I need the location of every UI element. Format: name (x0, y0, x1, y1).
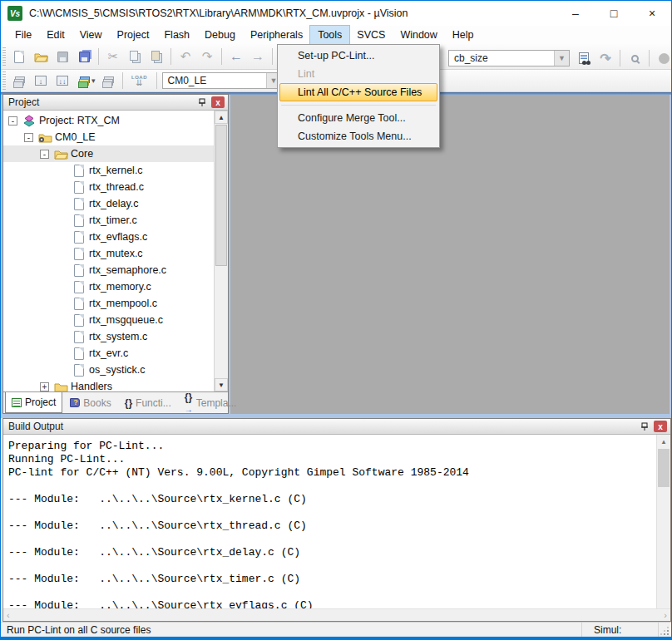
menu-edit[interactable]: Edit (39, 26, 72, 44)
tree-item-label: rtx_mutex.c (87, 247, 146, 260)
collapse-icon[interactable]: - (40, 150, 49, 159)
tree-item-file[interactable]: rtx_memory.c (3, 278, 214, 295)
breakpoint-button[interactable] (653, 48, 672, 68)
menu-view[interactable]: View (72, 26, 110, 44)
tree-item-target[interactable]: - CM0_LE (3, 129, 214, 145)
project-panel: Project x - Project: RTX_CM - (2, 94, 229, 414)
scroll-up-icon[interactable]: ▴ (657, 435, 670, 448)
scrollbar-thumb[interactable] (658, 449, 670, 487)
pin-icon[interactable] (196, 96, 208, 108)
tree-item-file[interactable]: rtx_delay.c (3, 195, 214, 212)
tree-item-file[interactable]: rtx_kernel.c (3, 162, 214, 179)
copy-button[interactable] (124, 47, 146, 66)
tree-item-file[interactable]: os_systick.c (3, 362, 214, 378)
save-all-button[interactable] (73, 47, 95, 66)
project-panel-header: Project x (3, 95, 228, 111)
find-in-files-button[interactable] (573, 48, 595, 68)
output-line: --- Module: ..\..\..\Source\rtx_thread.c… (8, 519, 656, 533)
tree-item-label: rtx_kernel.c (87, 164, 146, 177)
batch-build-caret-icon[interactable]: ▾ (91, 76, 96, 85)
tree-item-file[interactable]: rtx_mutex.c (3, 245, 214, 262)
scroll-left-icon[interactable]: ‹ (7, 610, 10, 620)
menu-window[interactable]: Window (393, 26, 444, 44)
menu-item-customize-tools-menu[interactable]: Customize Tools Menu... (279, 127, 437, 145)
menu-help[interactable]: Help (445, 26, 482, 44)
menu-item-configure-merge-tool[interactable]: Configure Merge Tool... (279, 109, 437, 127)
menu-peripherals[interactable]: Peripherals (243, 26, 310, 44)
tree-item-project-root[interactable]: - Project: RTX_CM (3, 112, 214, 129)
goto-symbol-button[interactable]: ↷ (595, 48, 616, 68)
symbol-combobox[interactable]: cb_size ▼ (448, 50, 570, 66)
title-bar[interactable]: Vs C:\W\CMSIS_5\CMSIS\RTOS2\RTX\Library\… (1, 1, 671, 26)
scroll-down-icon[interactable]: ▼ (215, 378, 228, 391)
chevron-down-icon[interactable]: ▼ (554, 51, 569, 66)
toolbar-grip[interactable] (2, 47, 6, 66)
target-select-combobox[interactable]: CM0_LE ▼ (162, 72, 282, 89)
minimize-button[interactable]: – (556, 1, 595, 26)
tab-project[interactable]: Project (5, 392, 62, 413)
navigate-forward-button[interactable]: → (247, 47, 269, 66)
close-icon[interactable]: x (654, 421, 667, 432)
menu-item-setup-pclint[interactable]: Set-up PC-Lint... (279, 47, 437, 65)
menu-flash[interactable]: Flash (156, 26, 197, 44)
pin-icon[interactable] (639, 421, 650, 432)
tree-item-file[interactable]: rtx_thread.c (3, 179, 214, 195)
undo-button[interactable]: ↶ (175, 47, 196, 66)
build-output-body[interactable]: Preparing for PC-Lint... Running PC-Lint… (3, 435, 670, 608)
tab-templates[interactable]: {}→ Templa... (179, 392, 243, 413)
close-button[interactable]: × (633, 1, 671, 26)
tab-books[interactable]: Books (64, 392, 116, 413)
tab-functions[interactable]: {} Functi... (119, 392, 177, 413)
open-file-button[interactable] (30, 47, 52, 66)
close-icon[interactable]: x (211, 96, 225, 108)
tree-item-file[interactable]: rtx_system.c (3, 328, 214, 345)
redo-button[interactable]: ↷ (196, 47, 218, 66)
source-file-icon (71, 214, 87, 227)
rebuild-button[interactable]: ↓↓ (52, 71, 73, 91)
tree-item-label: rtx_memory.c (87, 280, 155, 293)
tree-item-file[interactable]: rtx_evr.c (3, 345, 214, 362)
cut-button[interactable]: ✂ (102, 47, 124, 66)
tree-item-file[interactable]: rtx_semaphore.c (3, 262, 214, 278)
collapse-icon[interactable]: - (8, 116, 17, 126)
output-scrollbar[interactable]: ▴ (656, 435, 670, 608)
collapse-icon[interactable]: - (24, 133, 33, 142)
output-horizontal-scrollbar[interactable]: ‹ › (3, 608, 670, 621)
tree-item-group-handlers[interactable]: + Handlers (3, 378, 214, 391)
scrollbar-thumb[interactable] (215, 125, 227, 266)
stop-build-button[interactable] (97, 71, 119, 91)
resize-grip[interactable] (658, 623, 671, 638)
search-button[interactable] (624, 48, 645, 68)
new-file-button[interactable] (8, 47, 30, 66)
download-button[interactable]: LOAD ⇊ (126, 71, 153, 91)
menu-debug[interactable]: Debug (197, 26, 243, 44)
menu-svcs[interactable]: SVCS (349, 26, 393, 44)
tree-item-file[interactable]: rtx_timer.c (3, 212, 214, 229)
scroll-right-icon[interactable]: › (664, 610, 667, 620)
project-tree-scrollbar[interactable]: ▲ ▼ (214, 111, 228, 391)
forward-arrow-icon: → (251, 49, 264, 64)
build-icon: ↓ (35, 76, 47, 86)
menu-item-lint-all[interactable]: Lint All C/C++ Source Files (279, 83, 437, 101)
tree-item-file[interactable]: rtx_msgqueue.c (3, 312, 214, 328)
navigate-back-button[interactable]: ← (225, 47, 247, 66)
scroll-up-icon[interactable]: ▲ (215, 111, 228, 124)
toolbar-grip[interactable] (2, 71, 6, 90)
paste-button[interactable] (146, 47, 167, 66)
output-line: --- Module: ..\..\..\Source\rtx_delay.c … (8, 546, 656, 559)
tab-label: Project (25, 396, 56, 408)
rebuild-icon: ↓↓ (57, 76, 68, 86)
maximize-button[interactable]: □ (595, 1, 633, 26)
save-button[interactable] (52, 47, 73, 66)
build-output-header: Build Output x (3, 419, 670, 435)
menu-file[interactable]: File (7, 26, 39, 44)
tree-item-group-core[interactable]: - Core (3, 145, 214, 162)
tree-item-file[interactable]: rtx_mempool.c (3, 295, 214, 312)
build-button[interactable]: ↓ (30, 71, 52, 91)
translate-button[interactable] (8, 71, 30, 91)
source-file-icon (71, 314, 87, 327)
expand-icon[interactable]: + (40, 382, 49, 391)
menu-project[interactable]: Project (110, 26, 157, 44)
tree-item-file[interactable]: rtx_evflags.c (3, 229, 214, 245)
menu-tools[interactable]: Tools (310, 26, 349, 44)
